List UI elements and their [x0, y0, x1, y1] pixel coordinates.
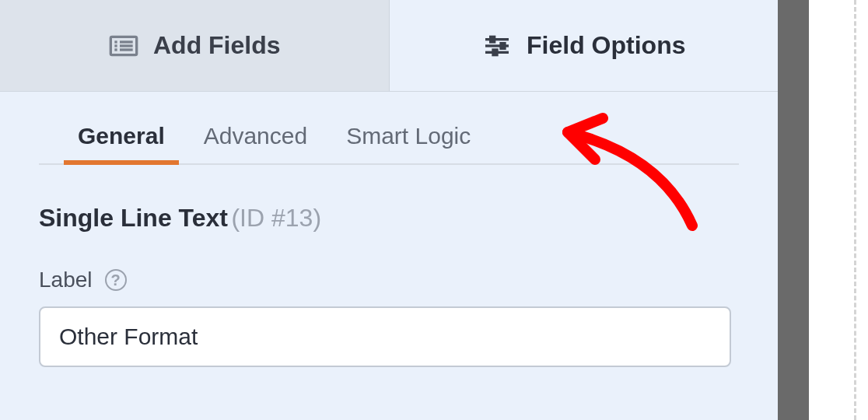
field-id: (ID #13) — [231, 204, 321, 232]
svg-rect-12 — [493, 50, 497, 55]
subtab-smart-logic[interactable]: Smart Logic — [346, 123, 471, 163]
field-options-content: Single Line Text (ID #13) Label ? — [0, 165, 778, 406]
right-dashed-border — [854, 0, 856, 420]
tab-field-options[interactable]: Field Options — [390, 0, 779, 91]
top-tabs: Add Fields Field Options — [0, 0, 778, 92]
sub-tabs: General Advanced Smart Logic — [39, 92, 739, 165]
right-border — [778, 0, 809, 420]
list-icon — [108, 30, 139, 61]
help-icon[interactable]: ? — [105, 269, 127, 291]
label-input[interactable] — [39, 306, 731, 367]
sliders-icon — [481, 30, 513, 61]
subtab-advanced[interactable]: Advanced — [204, 123, 307, 163]
svg-rect-11 — [501, 43, 505, 48]
label-text: Label — [39, 268, 93, 292]
label-row: Label ? — [39, 268, 739, 292]
field-type-name: Single Line Text — [39, 204, 228, 232]
field-heading: Single Line Text (ID #13) — [39, 204, 739, 233]
tab-field-options-label: Field Options — [527, 31, 685, 60]
tab-add-fields-label: Add Fields — [153, 31, 281, 60]
svg-rect-10 — [491, 37, 495, 42]
subtab-general[interactable]: General — [78, 123, 165, 163]
tab-add-fields[interactable]: Add Fields — [0, 0, 390, 91]
